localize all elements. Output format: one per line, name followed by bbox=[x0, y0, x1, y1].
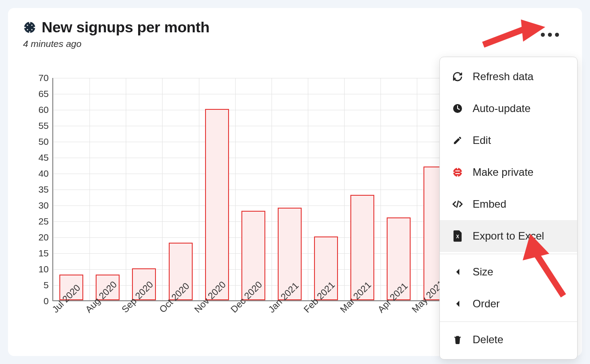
menu-edit[interactable]: Edit bbox=[440, 124, 577, 156]
menu-order[interactable]: Order bbox=[440, 288, 577, 320]
card-header: New signups per month bbox=[23, 19, 570, 36]
trash-icon bbox=[451, 334, 464, 345]
more-options-button[interactable] bbox=[538, 30, 562, 39]
caret-left-icon bbox=[451, 268, 464, 276]
grid-line bbox=[272, 78, 272, 300]
menu-label: Delete bbox=[473, 333, 503, 346]
menu-label: Make private bbox=[473, 166, 533, 178]
menu-separator bbox=[440, 254, 577, 254]
menu-label: Size bbox=[473, 266, 493, 278]
timestamp: 4 minutes ago bbox=[23, 39, 570, 49]
menu-label: Export to Excel bbox=[473, 230, 544, 242]
grid-line bbox=[235, 78, 236, 300]
menu-auto-update[interactable]: Auto-update bbox=[440, 93, 577, 124]
globe-icon bbox=[23, 21, 36, 34]
chart-bar[interactable] bbox=[205, 109, 229, 300]
y-tick-label: 65 bbox=[39, 89, 49, 99]
refresh-icon bbox=[451, 71, 464, 82]
y-tick-label: 60 bbox=[39, 105, 49, 115]
svg-text:X: X bbox=[456, 235, 459, 240]
menu-label: Refresh data bbox=[473, 70, 533, 83]
clock-icon bbox=[451, 103, 464, 114]
card-title: New signups per month bbox=[42, 19, 210, 36]
y-tick-label: 0 bbox=[43, 296, 49, 306]
y-tick-label: 35 bbox=[39, 184, 49, 195]
grid-line bbox=[199, 78, 199, 300]
chart-card: New signups per month 4 minutes ago 0510… bbox=[8, 8, 582, 356]
grid-line bbox=[417, 78, 417, 300]
menu-label: Embed bbox=[473, 198, 506, 210]
pencil-icon bbox=[451, 136, 464, 145]
y-axis: 0510152025303540455055606570 bbox=[26, 74, 52, 305]
menu-make-private[interactable]: Make private bbox=[440, 156, 577, 188]
menu-refresh-data[interactable]: Refresh data bbox=[440, 61, 577, 93]
y-tick-label: 40 bbox=[39, 168, 49, 179]
menu-separator bbox=[440, 321, 577, 322]
y-tick-label: 45 bbox=[39, 152, 49, 163]
menu-embed[interactable]: Embed bbox=[440, 188, 577, 220]
grid-line bbox=[344, 78, 345, 300]
menu-size[interactable]: Size bbox=[440, 256, 577, 288]
excel-file-icon: X bbox=[451, 230, 464, 242]
grid-line bbox=[53, 78, 54, 300]
menu-delete[interactable]: Delete bbox=[440, 324, 577, 356]
y-tick-label: 70 bbox=[39, 73, 49, 83]
menu-label: Order bbox=[473, 298, 500, 310]
y-tick-label: 25 bbox=[39, 216, 49, 227]
y-tick-label: 5 bbox=[43, 280, 49, 290]
caret-left-icon bbox=[451, 300, 464, 308]
menu-export-excel[interactable]: X Export to Excel bbox=[440, 220, 577, 252]
code-icon bbox=[451, 199, 464, 209]
grid-line bbox=[380, 78, 381, 300]
options-dropdown: Refresh data Auto-update Edit Make priva… bbox=[439, 57, 578, 360]
grid-line bbox=[162, 78, 163, 300]
grid-line bbox=[126, 78, 126, 300]
y-tick-label: 20 bbox=[39, 232, 49, 243]
menu-label: Edit bbox=[473, 134, 491, 147]
y-tick-label: 10 bbox=[39, 264, 49, 275]
grid-line bbox=[308, 78, 308, 300]
y-tick-label: 15 bbox=[39, 248, 49, 259]
grid-line bbox=[89, 78, 90, 300]
y-tick-label: 30 bbox=[39, 200, 49, 211]
globe-private-icon bbox=[451, 167, 464, 178]
y-tick-label: 55 bbox=[39, 120, 49, 131]
y-tick-label: 50 bbox=[39, 136, 49, 147]
menu-label: Auto-update bbox=[473, 102, 531, 115]
